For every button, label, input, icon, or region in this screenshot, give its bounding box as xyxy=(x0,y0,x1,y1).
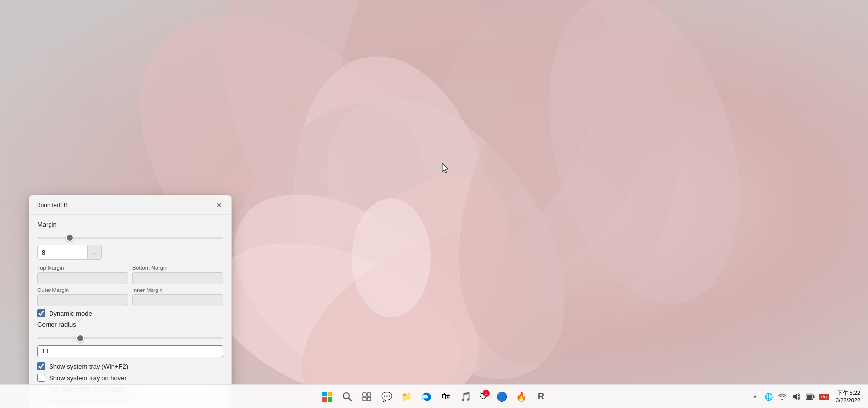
task-view-button[interactable] xyxy=(358,388,376,406)
clock[interactable]: 下午 5:22 3/22/2022 xyxy=(832,389,864,404)
margin-input-container: 8 ... xyxy=(37,245,102,260)
app-badge-label: rbj xyxy=(819,394,829,400)
margin-value-input[interactable]: 8 xyxy=(38,247,87,258)
show-tray-hover-checkbox-item: Show system tray on hover xyxy=(37,374,223,382)
store-button[interactable]: 🛍 xyxy=(437,388,455,406)
svg-rect-27 xyxy=(807,395,812,399)
top-margin-label: Top Margin xyxy=(37,265,128,271)
browser2-button[interactable]: 🔵 xyxy=(493,388,511,406)
inner-margin-field: Inner Margin xyxy=(132,287,223,306)
tray-overflow-button[interactable]: ∧ xyxy=(749,388,761,406)
title-bar: RoundedTB ✕ xyxy=(29,195,231,215)
show-tray-f2-checkbox[interactable] xyxy=(37,362,45,370)
taskbar-right: ∧ 🌐 xyxy=(749,388,868,406)
corner-radius-heading: Corner radius xyxy=(37,321,223,328)
svg-rect-22 xyxy=(367,393,371,396)
svg-point-14 xyxy=(352,198,431,317)
start-button[interactable] xyxy=(318,388,336,406)
top-margin-input[interactable] xyxy=(37,272,128,284)
bottom-margin-label: Bottom Margin xyxy=(132,265,223,271)
show-tray-f2-label[interactable]: Show system tray (Win+F2) xyxy=(49,363,128,370)
svg-rect-26 xyxy=(813,395,815,398)
svg-line-20 xyxy=(348,398,351,401)
margin-slider[interactable] xyxy=(37,237,223,239)
inner-margin-label: Inner Margin xyxy=(132,287,223,293)
chevron-up-icon: ∧ xyxy=(753,394,757,399)
corner-radius-input-row: 11 xyxy=(37,345,223,357)
show-tray-hover-checkbox[interactable] xyxy=(37,374,45,382)
svg-rect-16 xyxy=(328,392,332,396)
margin-ellipsis-button[interactable]: ... xyxy=(87,245,101,259)
battery-tray-button[interactable] xyxy=(804,388,816,406)
close-button[interactable]: ✕ xyxy=(213,199,225,211)
outer-margin-label: Outer Margin xyxy=(37,287,128,293)
network-tray-button[interactable]: 🌐 xyxy=(763,388,774,406)
clock-time: 下午 5:22 xyxy=(837,389,860,396)
clock-date: 3/22/2022 xyxy=(836,397,860,404)
dynamic-mode-label[interactable]: Dynamic mode xyxy=(49,310,92,317)
svg-rect-23 xyxy=(363,397,366,401)
show-tray-f2-checkbox-item: Show system tray (Win+F2) xyxy=(37,362,223,370)
svg-rect-21 xyxy=(363,393,366,396)
margin-slider-container xyxy=(37,232,223,241)
roundedtb-window: RoundedTB ✕ Margin 8 ... Top Margin Bott… xyxy=(29,195,232,408)
security-badge: 1 xyxy=(483,390,490,397)
taskbar: 💬 📁 🛍 🎵 🛡 1 🔵 🔥 R ∧ 🌐 xyxy=(0,384,868,408)
window-title: RoundedTB xyxy=(36,202,68,209)
outer-margin-input[interactable] xyxy=(37,294,128,306)
margin-heading: Margin xyxy=(37,221,223,228)
outer-inner-margin-grid: Outer Margin Inner Margin xyxy=(37,287,223,306)
dynamic-mode-checkbox[interactable] xyxy=(37,309,45,317)
media-button[interactable]: 🎵 xyxy=(457,388,475,406)
corner-radius-slider-container xyxy=(37,332,223,341)
corner-radius-slider[interactable] xyxy=(37,337,223,339)
svg-rect-15 xyxy=(322,392,327,396)
fire-app-button[interactable]: 🔥 xyxy=(512,388,530,406)
dynamic-mode-checkbox-item: Dynamic mode xyxy=(37,309,223,317)
margin-input-row: 8 ... xyxy=(37,245,223,260)
wifi-tray-button[interactable] xyxy=(776,388,788,406)
svg-rect-18 xyxy=(328,397,332,402)
search-button[interactable] xyxy=(338,388,356,406)
window-content: Margin 8 ... Top Margin Bottom Margin xyxy=(29,215,231,408)
teams-button[interactable]: 💬 xyxy=(378,388,396,406)
inner-margin-input[interactable] xyxy=(132,294,223,306)
show-tray-hover-label[interactable]: Show system tray on hover xyxy=(49,374,127,382)
r-app-button[interactable]: R xyxy=(532,388,550,406)
file-explorer-button[interactable]: 📁 xyxy=(398,388,415,406)
outer-margin-field: Outer Margin xyxy=(37,287,128,306)
app-badge-tray[interactable]: rbj xyxy=(818,388,830,406)
security-button[interactable]: 🛡 1 xyxy=(477,388,491,406)
svg-rect-17 xyxy=(322,397,327,402)
svg-rect-24 xyxy=(367,397,371,401)
edge-button[interactable] xyxy=(417,388,435,406)
top-margin-field: Top Margin xyxy=(37,265,128,284)
volume-tray-button[interactable] xyxy=(790,388,802,406)
taskbar-center: 💬 📁 🛍 🎵 🛡 1 🔵 🔥 R xyxy=(318,388,550,406)
bottom-margin-field: Bottom Margin xyxy=(132,265,223,284)
bottom-margin-input[interactable] xyxy=(132,272,223,284)
top-bottom-margin-grid: Top Margin Bottom Margin xyxy=(37,265,223,284)
corner-radius-value-input[interactable]: 11 xyxy=(37,345,223,357)
